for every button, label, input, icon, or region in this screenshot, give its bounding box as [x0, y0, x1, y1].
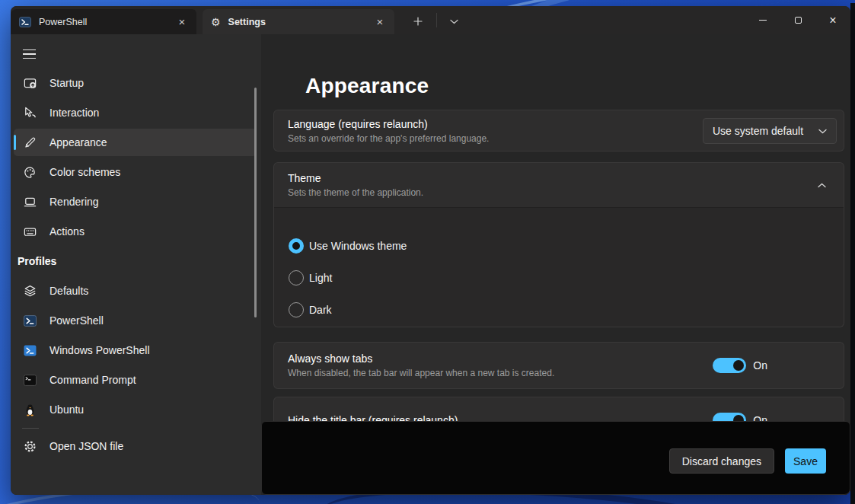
hamburger-menu-button[interactable]: [15, 42, 44, 66]
screen-edge-strip: [850, 3, 855, 504]
sidebar-item-label: Open JSON file: [49, 440, 123, 452]
settings-gear-icon: ⚙: [211, 17, 221, 27]
toggle-knob: [733, 360, 744, 371]
color-schemes-icon: [23, 165, 37, 180]
sidebar-item-color-schemes[interactable]: Color schemes: [14, 158, 257, 186]
language-dropdown-value: Use system default: [713, 125, 803, 137]
theme-expander-header[interactable]: Theme Sets the theme of the application.: [274, 163, 844, 206]
window-controls: ×: [745, 6, 850, 34]
tab-label: Settings: [228, 17, 266, 27]
tab-label: PowerShell: [39, 17, 87, 27]
maximize-icon: [795, 17, 802, 24]
chevron-down-icon: [818, 129, 827, 134]
sidebar-item-label: Ubuntu: [49, 404, 84, 416]
language-setting-card: Language (requires relaunch) Sets an ove…: [273, 110, 844, 152]
new-tab-button[interactable]: [405, 12, 431, 30]
gear-icon: [23, 439, 37, 454]
sidebar-item-ubuntu[interactable]: Ubuntu: [14, 396, 257, 423]
theme-options-panel: Use Windows theme Light Dark: [274, 207, 844, 327]
sidebar-scrollbar[interactable]: [254, 88, 257, 317]
powershell-icon: [23, 314, 37, 328]
sidebar-item-label: Actions: [49, 225, 85, 238]
titlebar[interactable]: PowerShell × ⚙ Settings × ×: [11, 6, 850, 34]
sidebar-item-label: PowerShell: [49, 314, 104, 327]
appearance-icon: [23, 136, 37, 150]
ubuntu-icon: [23, 403, 37, 417]
close-button[interactable]: ×: [815, 6, 850, 34]
windows-powershell-icon: [23, 343, 37, 358]
defaults-icon: [23, 284, 37, 298]
interaction-icon: [23, 106, 37, 120]
sidebar-divider: [22, 428, 39, 429]
sidebar-item-open-json-file[interactable]: Open JSON file: [14, 432, 257, 460]
tab-close-icon[interactable]: ×: [373, 15, 387, 29]
actions-icon: [23, 225, 37, 239]
always-show-tabs-card: Always show tabs When disabled, the tab …: [273, 342, 844, 389]
settings-main-panel: Appearance Language (requires relaunch) …: [261, 34, 850, 495]
sidebar-item-startup[interactable]: Startup: [14, 69, 257, 97]
sidebar-item-defaults[interactable]: Defaults: [14, 277, 257, 305]
powershell-icon: [19, 16, 31, 28]
chevron-down-icon: [450, 19, 458, 24]
sidebar-item-windows-powershell[interactable]: Windows PowerShell: [14, 337, 257, 364]
sidebar-item-appearance[interactable]: Appearance: [14, 129, 257, 156]
profiles-section-header: Profiles: [14, 247, 257, 275]
sidebar-item-rendering[interactable]: Rendering: [14, 188, 257, 215]
theme-option-use-windows-theme[interactable]: Use Windows theme: [274, 230, 844, 262]
sidebar-item-label: Command Prompt: [49, 374, 136, 386]
unsaved-changes-bar: Discard changes Save: [261, 421, 850, 495]
save-button[interactable]: Save: [785, 448, 826, 474]
always-show-tabs-toggle[interactable]: [713, 358, 746, 373]
sidebar-item-powershell[interactable]: PowerShell: [14, 307, 257, 334]
sidebar-item-label: Interaction: [49, 107, 99, 119]
radio-selected-icon[interactable]: [289, 238, 304, 254]
sidebar-item-label: Appearance: [49, 136, 107, 148]
hamburger-icon: [23, 58, 36, 59]
sidebar-item-label: Startup: [49, 77, 84, 89]
theme-setting-subtitle: Sets the theme of the application.: [288, 187, 844, 198]
radio-label: Dark: [309, 304, 332, 316]
sidebar-item-label: Rendering: [49, 196, 99, 208]
theme-option-light[interactable]: Light: [274, 262, 844, 294]
minimize-icon: [759, 20, 767, 21]
theme-setting-card: Theme Sets the theme of the application.…: [273, 162, 844, 327]
hamburger-icon: [23, 49, 36, 51]
radio-unselected-icon[interactable]: [289, 270, 304, 285]
language-dropdown[interactable]: Use system default: [703, 118, 837, 144]
theme-setting-title: Theme: [288, 172, 844, 184]
tab-close-icon[interactable]: ×: [175, 15, 189, 29]
hamburger-icon: [23, 53, 36, 55]
toggle-state-label: On: [753, 359, 767, 372]
chevron-up-icon[interactable]: [815, 178, 828, 192]
maximize-button[interactable]: [780, 6, 815, 34]
sidebar-item-label: Windows PowerShell: [49, 344, 150, 356]
radio-label: Use Windows theme: [309, 240, 407, 252]
close-icon: ×: [829, 14, 836, 27]
radio-label: Light: [309, 272, 332, 284]
tab-powershell[interactable]: PowerShell ×: [11, 9, 196, 34]
plus-icon: [413, 17, 423, 26]
discard-changes-button[interactable]: Discard changes: [669, 448, 774, 474]
radio-unselected-icon[interactable]: [289, 302, 304, 317]
tab-settings[interactable]: ⚙ Settings ×: [203, 9, 394, 34]
windows-terminal-window: PowerShell × ⚙ Settings × ×: [11, 6, 850, 495]
theme-option-dark[interactable]: Dark: [274, 294, 844, 326]
tab-dropdown-button[interactable]: [440, 12, 467, 30]
command-prompt-icon: [23, 373, 37, 388]
minimize-button[interactable]: [745, 6, 780, 34]
sidebar-item-command-prompt[interactable]: Command Prompt: [14, 366, 257, 394]
rendering-icon: [23, 195, 37, 209]
tabbar-divider: [436, 13, 437, 27]
sidebar-item-actions[interactable]: Actions: [14, 218, 257, 245]
sidebar-item-label: Color schemes: [49, 166, 120, 178]
sidebar-item-label: Defaults: [49, 285, 88, 297]
page-title: Appearance: [305, 74, 429, 98]
startup-icon: [23, 76, 37, 91]
settings-sidebar: Startup Interaction Ap: [11, 34, 261, 495]
sidebar-item-interaction[interactable]: Interaction: [14, 99, 257, 126]
